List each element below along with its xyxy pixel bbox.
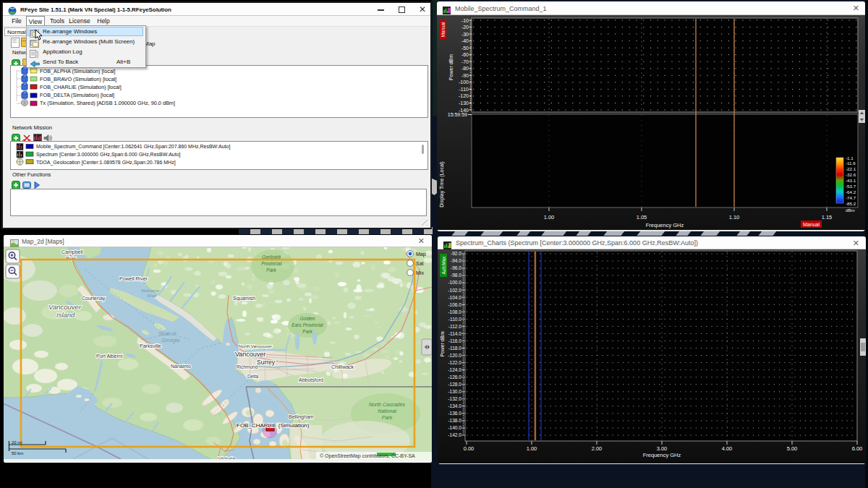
svg-text:Vancouver: Vancouver	[235, 351, 265, 358]
svg-text:-132.0: -132.0	[448, 396, 461, 401]
svg-text:FOB_CHARLIE (Simulation): FOB_CHARLIE (Simulation)	[237, 422, 310, 429]
svg-text:© OpenStreetMap contributors,: © OpenStreetMap contributors, CC-BY-SA	[320, 453, 415, 459]
svg-text:1.05: 1.05	[637, 214, 647, 221]
svg-text:-32.6: -32.6	[846, 172, 856, 177]
svg-text:-96.0: -96.0	[451, 265, 461, 270]
svg-text:Strait: Strait	[147, 294, 156, 298]
svg-text:5.00: 5.00	[787, 445, 798, 452]
svg-text:-50: -50	[461, 46, 469, 51]
svg-text:4.00: 4.00	[722, 445, 733, 452]
svg-text:National: National	[378, 408, 396, 414]
svg-text:Manual: Manual	[803, 222, 820, 227]
svg-text:1.00: 1.00	[544, 214, 555, 221]
svg-text:Power dBm: Power dBm	[448, 54, 454, 80]
svg-text:-120: -120	[459, 93, 469, 98]
svg-text:3.00: 3.00	[657, 445, 668, 452]
svg-text:-90: -90	[461, 73, 469, 78]
svg-text:1.15: 1.15	[822, 214, 833, 221]
svg-text:North Vancouver: North Vancouver	[239, 343, 272, 348]
svg-text:-43.1: -43.1	[846, 178, 856, 183]
svg-text:Georgia: Georgia	[162, 338, 180, 343]
svg-text:-22.1: -22.1	[846, 166, 856, 171]
svg-text:Bellingham: Bellingham	[289, 414, 314, 420]
svg-text:20 mi: 20 mi	[12, 440, 22, 445]
svg-text:-116.0: -116.0	[448, 338, 462, 343]
svg-text:Nanaimo: Nanaimo	[171, 364, 191, 369]
svg-text:-11.6: -11.6	[846, 160, 856, 166]
svg-text:Park: Park	[302, 329, 312, 334]
svg-text:-64.2: -64.2	[846, 189, 856, 194]
svg-text:Display Time (Local): Display Time (Local)	[439, 161, 445, 207]
svg-text:Frequency GHz: Frequency GHz	[643, 452, 681, 458]
svg-text:-142.0: -142.0	[448, 432, 461, 437]
svg-text:Parksville: Parksville	[140, 343, 161, 348]
svg-text:Malaspina: Malaspina	[141, 288, 159, 293]
svg-text:Island: Island	[56, 311, 75, 319]
svg-text:-130.0: -130.0	[448, 389, 461, 394]
svg-text:North Cascades: North Cascades	[369, 402, 406, 407]
svg-text:-92.0: -92.0	[451, 251, 461, 256]
svg-text:-118.0: -118.0	[448, 346, 462, 351]
svg-text:Chilliwack: Chilliwack	[331, 364, 354, 369]
svg-text:Squamish: Squamish	[233, 296, 255, 301]
svg-text:1.00: 1.00	[527, 445, 537, 452]
svg-text:FOB_BRAVO (Simulation) [local]: FOB_BRAVO (Simulation) [local]	[40, 76, 116, 82]
svg-text:-85.2: -85.2	[846, 201, 856, 206]
svg-text:Surrey: Surrey	[257, 359, 276, 366]
svg-text:Port Alberni: Port Alberni	[96, 354, 123, 359]
svg-text:-110: -110	[459, 87, 469, 92]
svg-text:AutoMax: AutoMax	[441, 256, 446, 275]
svg-text:1.10: 1.10	[729, 214, 740, 221]
svg-text:-104.0: -104.0	[448, 295, 461, 300]
svg-text:15:59:59: 15:59:59	[448, 112, 467, 117]
svg-text:-98.0: -98.0	[451, 273, 461, 278]
svg-text:-128.0: -128.0	[448, 382, 461, 387]
svg-text:-100: -100	[459, 80, 469, 85]
svg-text:50 km: 50 km	[12, 451, 23, 455]
svg-text:TDOA_Geolocation [Center:1.089: TDOA_Geolocation [Center:1.089578 GHz,Sp…	[36, 160, 176, 166]
svg-text:Park: Park	[266, 267, 276, 273]
svg-text:Manual: Manual	[441, 22, 446, 38]
svg-text:Provincial: Provincial	[261, 261, 282, 266]
svg-text:-60: -60	[461, 52, 469, 57]
svg-text:Map: Map	[416, 252, 426, 257]
svg-text:-94.0: -94.0	[451, 258, 461, 263]
svg-text:-30: -30	[461, 32, 469, 37]
svg-text:-136.0: -136.0	[448, 411, 461, 416]
svg-text:Powell River: Powell River	[119, 276, 148, 281]
svg-text:Spectrum [Center:3.000000 GHz,: Spectrum [Center:3.000000 GHz,Span:6.000…	[36, 152, 181, 158]
svg-text:Power dBm: Power dBm	[440, 331, 445, 356]
svg-text:-70: -70	[461, 59, 469, 64]
svg-text:-110.0: -110.0	[448, 317, 462, 322]
svg-text:-130: -130	[459, 100, 469, 106]
svg-text:-40: -40	[461, 38, 469, 43]
svg-text:2.00: 2.00	[592, 445, 603, 452]
svg-text:Abbotsford: Abbotsford	[299, 377, 323, 382]
svg-text:Frequency GHz: Frequency GHz	[646, 222, 684, 228]
svg-text:Tx (Simulation, Shared) [ADSB: Tx (Simulation, Shared) [ADSB 1.090000 G…	[40, 100, 175, 106]
svg-text:-140.0: -140.0	[448, 425, 461, 430]
svg-text:-122.0: -122.0	[448, 360, 461, 365]
svg-text:-138.0: -138.0	[448, 418, 461, 423]
svg-text:Mix: Mix	[416, 270, 424, 275]
svg-text:-108.0: -108.0	[448, 309, 461, 314]
svg-text:-80: -80	[461, 66, 469, 71]
svg-text:-114.0: -114.0	[448, 331, 462, 336]
svg-text:FOB_ALPHA (Simulation) [local]: FOB_ALPHA (Simulation) [local]	[40, 68, 116, 74]
svg-text:FOB_DELTA (Simulation) [local]: FOB_DELTA (Simulation) [local]	[40, 92, 114, 98]
svg-text:Golden: Golden	[300, 316, 315, 321]
svg-text:Campbell: Campbell	[61, 249, 83, 255]
svg-text:-53.7: -53.7	[846, 184, 856, 189]
svg-text:Delta: Delta	[247, 374, 259, 379]
svg-text:-100.0: -100.0	[448, 280, 461, 285]
svg-text:6.00: 6.00	[852, 445, 863, 452]
svg-text:Vancouver: Vancouver	[48, 303, 82, 311]
svg-text:-106.0: -106.0	[448, 302, 461, 307]
svg-text:Park: Park	[382, 415, 393, 420]
svg-text:-120.0: -120.0	[448, 353, 461, 358]
svg-text:dBm: dBm	[846, 207, 855, 213]
svg-text:-102.0: -102.0	[448, 288, 461, 293]
svg-text:-124.0: -124.0	[448, 367, 461, 372]
svg-text:-10: -10	[461, 18, 469, 23]
svg-text:-134.0: -134.0	[448, 403, 461, 408]
